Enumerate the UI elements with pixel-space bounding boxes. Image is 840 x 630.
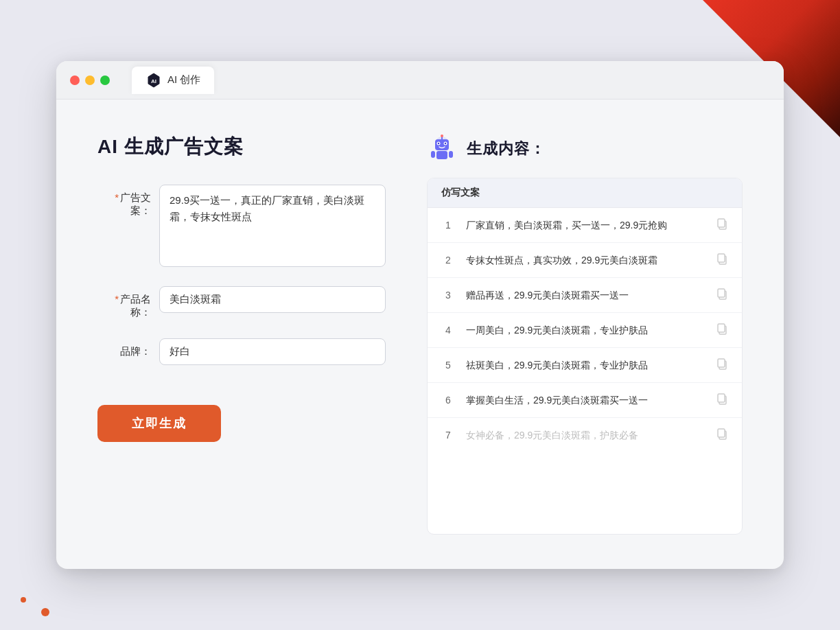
svg-rect-16 bbox=[718, 254, 725, 262]
row-number: 7 bbox=[441, 430, 455, 441]
row-text: 专抹女性斑点，真实功效，29.9元美白淡斑霜 bbox=[466, 253, 705, 268]
robot-icon bbox=[427, 134, 457, 164]
results-body: 1厂家直销，美白淡斑霜，买一送一，29.9元抢购 2专抹女性斑点，真实功效，29… bbox=[428, 208, 742, 452]
column-header-label: 仿写文案 bbox=[441, 187, 480, 198]
svg-rect-10 bbox=[436, 151, 447, 159]
row-text: 掌握美白生活，29.9元美白淡斑霜买一送一 bbox=[466, 393, 705, 408]
copy-button[interactable] bbox=[716, 218, 728, 233]
ad-copy-label: *广告文案： bbox=[97, 185, 159, 218]
row-text: 厂家直销，美白淡斑霜，买一送一，29.9元抢购 bbox=[466, 218, 705, 233]
left-panel: AI 生成广告文案 *广告文案： 29.9买一送一，真正的厂家直销，美白淡斑霜，… bbox=[97, 134, 386, 535]
tab-label: AI 创作 bbox=[167, 73, 200, 86]
copy-button[interactable] bbox=[716, 288, 728, 303]
row-text: 女神必备，29.9元美白淡斑霜，护肤必备 bbox=[466, 428, 705, 443]
copy-button[interactable] bbox=[716, 428, 728, 443]
main-content: AI 生成广告文案 *广告文案： 29.9买一送一，真正的厂家直销，美白淡斑霜，… bbox=[56, 100, 784, 569]
product-name-label: *产品名称： bbox=[97, 286, 159, 319]
row-text: 祛斑美白，29.9元美白淡斑霜，专业护肤品 bbox=[466, 358, 705, 373]
ad-copy-required: * bbox=[115, 191, 119, 203]
generate-button[interactable]: 立即生成 bbox=[97, 405, 221, 442]
svg-rect-20 bbox=[718, 324, 725, 332]
row-number: 1 bbox=[441, 220, 455, 231]
table-row: 3赠品再送，29.9元美白淡斑霜买一送一 bbox=[428, 278, 742, 313]
product-name-input[interactable] bbox=[159, 286, 386, 313]
ai-tab[interactable]: AI AI 创作 bbox=[132, 67, 214, 94]
result-title: 生成内容： bbox=[467, 139, 546, 159]
row-text: 赠品再送，29.9元美白淡斑霜买一送一 bbox=[466, 288, 705, 303]
copy-button[interactable] bbox=[716, 323, 728, 338]
copy-button[interactable] bbox=[716, 253, 728, 268]
brand-group: 品牌： bbox=[97, 338, 386, 365]
svg-rect-14 bbox=[718, 219, 725, 227]
svg-point-6 bbox=[438, 143, 439, 144]
svg-rect-24 bbox=[718, 394, 725, 402]
window-controls bbox=[70, 75, 110, 85]
title-bar: AI AI 创作 bbox=[56, 61, 784, 100]
right-panel: 生成内容： 仿写文案 1厂家直销，美白淡斑霜，买一送一，29.9元抢购 2专抹女… bbox=[427, 134, 743, 535]
svg-text:AI: AI bbox=[151, 78, 156, 84]
brand-input[interactable] bbox=[159, 338, 386, 365]
brand-label: 品牌： bbox=[97, 338, 159, 358]
ad-copy-input[interactable]: 29.9买一送一，真正的厂家直销，美白淡斑霜，专抹女性斑点 bbox=[159, 185, 386, 267]
row-number: 6 bbox=[441, 395, 455, 406]
row-number: 3 bbox=[441, 290, 455, 301]
result-header: 生成内容： bbox=[427, 134, 743, 164]
row-number: 2 bbox=[441, 255, 455, 266]
copy-button[interactable] bbox=[716, 358, 728, 373]
row-number: 5 bbox=[441, 360, 455, 371]
close-button[interactable] bbox=[70, 75, 80, 85]
table-row: 4一周美白，29.9元美白淡斑霜，专业护肤品 bbox=[428, 313, 742, 348]
table-row: 6掌握美白生活，29.9元美白淡斑霜买一送一 bbox=[428, 383, 742, 418]
product-name-required: * bbox=[115, 293, 119, 305]
browser-window: AI AI 创作 AI 生成广告文案 *广告文案： 29.9买一送一，真正的厂家… bbox=[56, 61, 784, 569]
page-title: AI 生成广告文案 bbox=[97, 134, 386, 160]
copy-button[interactable] bbox=[716, 393, 728, 408]
product-name-group: *产品名称： bbox=[97, 286, 386, 319]
row-number: 4 bbox=[441, 325, 455, 336]
ad-copy-group: *广告文案： 29.9买一送一，真正的厂家直销，美白淡斑霜，专抹女性斑点 bbox=[97, 185, 386, 267]
maximize-button[interactable] bbox=[100, 75, 110, 85]
minimize-button[interactable] bbox=[85, 75, 95, 85]
svg-rect-11 bbox=[431, 151, 435, 158]
table-row: 1厂家直销，美白淡斑霜，买一送一，29.9元抢购 bbox=[428, 208, 742, 243]
table-row: 2专抹女性斑点，真实功效，29.9元美白淡斑霜 bbox=[428, 243, 742, 278]
row-text: 一周美白，29.9元美白淡斑霜，专业护肤品 bbox=[466, 323, 705, 338]
results-table: 仿写文案 1厂家直销，美白淡斑霜，买一送一，29.9元抢购 2专抹女性斑点，真实… bbox=[427, 178, 743, 535]
svg-rect-12 bbox=[449, 151, 453, 158]
svg-rect-26 bbox=[718, 429, 725, 437]
ai-tab-icon: AI bbox=[145, 72, 162, 89]
bg-decoration-bottom-left bbox=[0, 575, 82, 630]
table-header: 仿写文案 bbox=[428, 178, 742, 208]
svg-rect-3 bbox=[435, 139, 449, 150]
svg-rect-22 bbox=[718, 359, 725, 367]
svg-rect-18 bbox=[718, 289, 725, 297]
table-row: 7女神必备，29.9元美白淡斑霜，护肤必备 bbox=[428, 418, 742, 452]
table-row: 5祛斑美白，29.9元美白淡斑霜，专业护肤品 bbox=[428, 348, 742, 383]
svg-point-9 bbox=[441, 135, 443, 137]
svg-point-7 bbox=[445, 143, 446, 144]
